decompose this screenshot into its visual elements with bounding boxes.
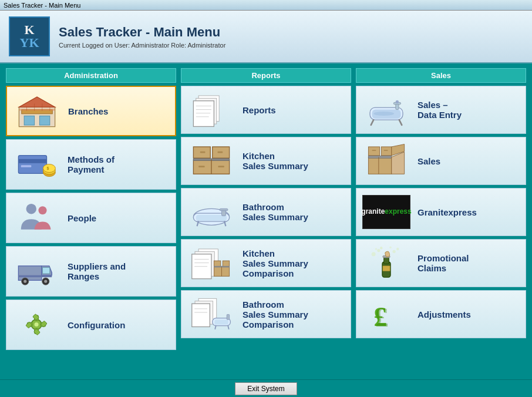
svg-text:$: $ [47, 166, 49, 171]
svg-rect-50 [198, 166, 205, 167]
sales-data-entry-item[interactable]: Sales –Data Entry [356, 86, 526, 134]
svg-point-18 [39, 206, 47, 214]
adjustments-item[interactable]: £ £ Adjustments [356, 290, 526, 338]
bathroom-icon [185, 192, 238, 232]
promo-icon [360, 243, 413, 283]
bathroom-summary-item[interactable]: BathroomSales Summary [181, 188, 351, 236]
svg-rect-2 [24, 116, 35, 125]
reports-item[interactable]: Reports [181, 86, 351, 134]
svg-point-25 [44, 280, 47, 282]
kitchen-render-icon [360, 141, 413, 181]
app-title: Sales Tracker - Main Menu [59, 25, 225, 40]
svg-rect-49 [218, 152, 223, 153]
svg-rect-21 [43, 267, 50, 274]
exit-button[interactable]: Exit System [235, 382, 297, 395]
footer: Exit System [0, 379, 532, 397]
reports-header: Reports [181, 68, 351, 83]
granitexpress-label: Granitexpress [417, 207, 477, 217]
configuration-label: Configuration [68, 320, 125, 330]
configuration-item[interactable]: Configuration [6, 300, 176, 350]
sales-column: Sales Sales –Data E [356, 68, 526, 375]
svg-rect-87 [368, 157, 391, 174]
svg-point-100 [377, 249, 380, 252]
svg-rect-10 [18, 156, 46, 174]
bathroom-summary-label: BathroomSales Summary [243, 202, 308, 222]
reports-icon [185, 90, 238, 130]
svg-marker-91 [392, 152, 405, 174]
svg-rect-51 [218, 166, 224, 167]
svg-rect-107 [383, 266, 390, 271]
kitchen-summary-item[interactable]: KitchenSales Summary [181, 137, 351, 185]
sales-item[interactable]: Sales [356, 137, 526, 185]
bathroom-comparison-item[interactable]: BathroomSales SummaryComparison [181, 290, 351, 338]
svg-rect-94 [384, 150, 388, 151]
branches-item[interactable]: Branches [6, 86, 176, 136]
svg-rect-88 [368, 147, 379, 156]
kitchen-summary-label: KitchenSales Summary [243, 151, 308, 171]
people-label: People [68, 213, 96, 223]
logo-yk: YK [20, 36, 39, 49]
granitexpress-item[interactable]: graniteexpress Granitexpress [356, 188, 526, 236]
header: K YK Sales Tracker - Main Menu Current L… [0, 11, 532, 63]
svg-point-85 [396, 100, 399, 103]
pound-icon: £ £ [360, 294, 413, 334]
branches-icon [11, 91, 63, 131]
svg-rect-11 [18, 159, 46, 163]
admin-column: Administration Bran [6, 68, 176, 375]
title-bar-text: Sales Tracker - Main Menu [4, 2, 80, 9]
bathroom-comparison-label: BathroomSales SummaryComparison [243, 300, 308, 329]
svg-marker-4 [19, 97, 55, 107]
methods-of-payment-item[interactable]: $ Methods ofPayment [6, 139, 176, 190]
svg-rect-59 [220, 208, 228, 211]
svg-rect-77 [214, 319, 228, 325]
svg-rect-90 [368, 156, 391, 159]
admin-header: Administration [6, 68, 176, 83]
header-text: Sales Tracker - Main Menu Current Logged… [59, 25, 225, 49]
promotional-claims-label: PromotionalClaims [417, 253, 469, 273]
granite-icon: graniteexpress [360, 192, 413, 232]
kitchen-icon [185, 141, 238, 181]
user-info: Current Logged on User: Administrator Ro… [59, 42, 225, 49]
bathtub-icon [360, 90, 413, 130]
svg-point-86 [373, 112, 394, 116]
people-item[interactable]: People [6, 193, 176, 243]
svg-point-106 [389, 247, 392, 249]
branches-label: Branches [68, 106, 108, 116]
kitchen-comparison-label: KitchenSales SummaryComparison [243, 248, 308, 278]
svg-point-28 [35, 322, 39, 327]
people-icon [10, 198, 63, 238]
svg-text:£: £ [375, 302, 389, 332]
promotional-claims-item[interactable]: PromotionalClaims [356, 239, 526, 287]
svg-point-102 [380, 247, 382, 249]
payment-label: Methods ofPayment [68, 154, 115, 174]
svg-rect-73 [192, 304, 210, 327]
gear-icon [10, 305, 63, 345]
svg-line-79 [228, 325, 229, 329]
svg-rect-12 [21, 165, 32, 167]
svg-rect-80 [227, 314, 229, 319]
svg-point-101 [372, 252, 376, 256]
svg-rect-48 [200, 152, 206, 153]
svg-point-23 [23, 280, 26, 282]
svg-point-103 [375, 248, 378, 250]
suppliers-item[interactable]: Suppliers andRanges [6, 246, 176, 297]
sales-label: Sales [417, 156, 440, 166]
logo-k: K [24, 23, 34, 36]
svg-rect-39 [193, 101, 214, 127]
title-bar: Sales Tracker - Main Menu [0, 0, 532, 11]
svg-point-105 [396, 248, 399, 250]
reports-label: Reports [243, 105, 276, 115]
reports-column: Reports Reports [181, 68, 351, 375]
logo: K YK [9, 16, 50, 56]
svg-rect-67 [214, 261, 220, 267]
suppliers-label: Suppliers andRanges [68, 261, 126, 281]
main-content: Administration Bran [0, 63, 532, 379]
svg-rect-19 [18, 266, 41, 281]
svg-rect-93 [372, 150, 376, 151]
svg-rect-3 [39, 116, 50, 125]
svg-point-104 [393, 250, 396, 253]
adjustments-label: Adjustments [417, 309, 471, 319]
svg-rect-89 [381, 147, 392, 156]
truck-icon [10, 251, 63, 291]
kitchen-comparison-item[interactable]: KitchenSales SummaryComparison [181, 239, 351, 287]
